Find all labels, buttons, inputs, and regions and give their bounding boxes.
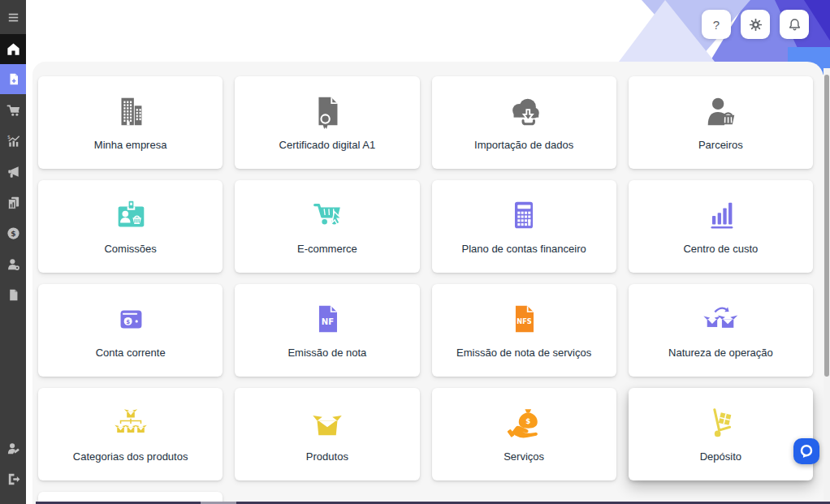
card-label: Minha empresa (89, 139, 172, 151)
wallet-icon: $ (112, 300, 149, 338)
calculator-icon (505, 196, 543, 234)
sidebar-item-home[interactable] (0, 34, 26, 64)
svg-text:NF: NF (322, 317, 334, 326)
dollar-coin-icon: $ (6, 226, 21, 241)
header-actions: ? (702, 10, 809, 39)
help-button[interactable]: ? (702, 10, 731, 39)
card-label: Conta corrente (91, 347, 171, 359)
card-servicos[interactable]: $ Serviços (432, 388, 616, 480)
card-plano-de-contas-financeiro[interactable]: Plano de contas financeiro (432, 180, 616, 273)
cards-grid: Minha empresa Certificado digital A1 Imp… (32, 62, 824, 504)
sidebar-bottom-group (0, 433, 26, 504)
certificate-document-icon (309, 93, 346, 130)
chat-launcher-button[interactable] (793, 438, 819, 464)
nfs-document-icon: NFS (505, 300, 543, 338)
card-label: Importação de dados (469, 139, 578, 151)
content-panel: Minha empresa Certificado digital A1 Imp… (32, 62, 824, 504)
report-documents-icon (6, 195, 21, 210)
card-label: Depósito (695, 450, 746, 463)
card-deposito[interactable]: Depósito (629, 388, 813, 480)
cloud-download-icon (505, 93, 543, 130)
vertical-scrollbar-track[interactable] (824, 68, 830, 502)
card-label: Serviços (499, 450, 549, 463)
card-label: E-commerce (292, 243, 362, 255)
card-label: Natureza de operação (664, 347, 778, 359)
settings-button[interactable] (741, 10, 770, 39)
card-label: Emissão de nota (283, 347, 371, 359)
card-label: Categorias dos produtos (68, 450, 193, 463)
card-label: Centro de custo (678, 243, 763, 255)
sidebar-item-profile[interactable] (0, 433, 26, 463)
sidebar-item-logout[interactable] (0, 463, 26, 494)
shopping-cart-icon (6, 102, 21, 118)
sidebar-item-users[interactable] (0, 248, 26, 279)
category-tree-icon (112, 404, 149, 442)
svg-text:$: $ (126, 318, 130, 325)
card-label: Comissões (99, 243, 161, 255)
boxes-transfer-icon (702, 300, 739, 338)
home-icon (6, 41, 21, 57)
sidebar-item-menu[interactable] (0, 0, 26, 34)
vertical-scrollbar-thumb[interactable] (824, 75, 829, 377)
user-gear-icon (6, 256, 21, 272)
person-basket-icon (702, 93, 739, 130)
card-emissao-de-nota-de-servicos[interactable]: NFSEmissão de nota de serviços (432, 284, 616, 377)
nf-document-icon: NF (309, 300, 346, 338)
card-label: Plano de contas financeiro (457, 243, 591, 255)
card-label: Parceiros (694, 139, 748, 151)
card-label: Certificado digital A1 (275, 139, 381, 151)
logout-icon (6, 472, 21, 487)
svg-text:$: $ (6, 134, 10, 140)
card-label: Produtos (301, 450, 353, 463)
card-produtos[interactable]: Produtos (235, 388, 419, 480)
card-minha-empresa[interactable]: Minha empresa (38, 76, 223, 169)
bell-icon (787, 17, 802, 32)
sidebar-item-cadastros[interactable] (0, 64, 26, 94)
money-bag-hand-icon: $ (505, 404, 543, 442)
svg-text:$: $ (11, 229, 15, 237)
id-badge-icon (112, 196, 149, 234)
gear-icon (748, 17, 763, 32)
open-box-icon (309, 404, 346, 442)
sidebar-item-reports[interactable] (0, 187, 26, 218)
svg-text:$: $ (525, 417, 530, 425)
hand-truck-icon (702, 404, 739, 442)
sidebar-item-finance[interactable]: $ (0, 218, 26, 248)
card-natureza-de-operacao[interactable]: Natureza de operação (629, 284, 813, 377)
file-icon (6, 287, 21, 303)
card-conta-corrente[interactable]: $ Conta corrente (38, 284, 223, 377)
chat-bubble-icon (798, 443, 815, 459)
cart-cursor-icon (309, 196, 346, 234)
card-categorias-dos-produtos[interactable]: Categorias dos produtos (38, 388, 223, 480)
megaphone-icon (6, 164, 21, 179)
card-certificado-digital-a1[interactable]: Certificado digital A1 (235, 76, 419, 169)
sidebar-spacer (0, 310, 26, 433)
building-icon (112, 93, 149, 130)
sidebar-item-marketing[interactable] (0, 156, 26, 187)
sidebar-item-cart[interactable] (0, 94, 26, 125)
card-label: Emissão de nota de serviços (452, 347, 596, 359)
svg-text:NFS: NFS (517, 317, 532, 325)
sidebar-item-files[interactable] (0, 279, 26, 310)
bar-chart-icon (702, 196, 739, 234)
card-importacao-de-dados[interactable]: Importação de dados (432, 76, 616, 169)
file-plus-icon (6, 71, 21, 87)
question-icon: ? (713, 18, 720, 32)
hamburger-menu-icon (6, 10, 21, 25)
card-e-commerce[interactable]: E-commerce (235, 180, 419, 273)
sidebar: $$ (0, 0, 26, 504)
user-edit-icon (6, 441, 21, 456)
card-comissoes[interactable]: Comissões (38, 180, 223, 273)
card-parceiros[interactable]: Parceiros (629, 76, 813, 169)
sidebar-item-sales[interactable]: $ (0, 125, 26, 156)
card-emissao-de-nota[interactable]: NFEmissão de nota (235, 284, 419, 377)
card-centro-de-custo[interactable]: Centro de custo (629, 180, 813, 273)
sales-chart-icon: $ (6, 133, 21, 149)
notifications-button[interactable] (780, 10, 809, 39)
